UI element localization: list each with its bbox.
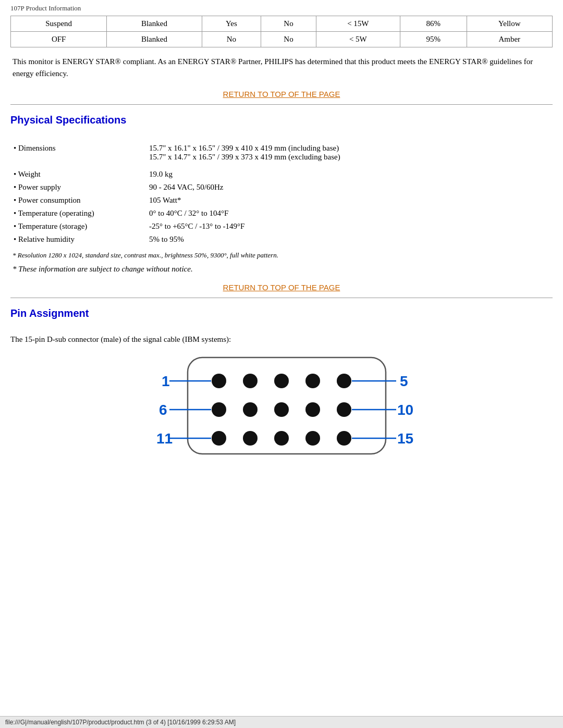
spec-row: • Relative humidity5% to 95% — [10, 233, 553, 246]
spec-value: 105 Watt* — [146, 194, 553, 207]
pin-intro-text: The 15-pin D-sub connector (male) of the… — [10, 335, 553, 344]
pin-assignment-title: Pin Assignment — [10, 307, 553, 319]
section-divider-1 — [10, 104, 553, 105]
energy-star-text: This monitor is ENERGY STAR® compliant. … — [13, 56, 550, 79]
svg-point-23 — [274, 431, 289, 446]
footer-bar: file:///G|/manual/english/107P/product/p… — [0, 716, 563, 728]
physical-specifications-title: Physical Specifications — [10, 114, 553, 126]
spec-notice: * These information are subject to chang… — [13, 265, 550, 274]
svg-point-16 — [337, 402, 351, 417]
spec-label: • Power consumption — [10, 194, 146, 207]
return-to-top-link-1[interactable]: RETURN TO TOP OF THE PAGE — [223, 90, 340, 98]
svg-point-3 — [212, 374, 226, 388]
spec-value: 90 - 264 VAC, 50/60Hz — [146, 181, 553, 194]
footer-text: file:///G|/manual/english/107P/product/p… — [5, 719, 236, 726]
svg-text:6: 6 — [159, 402, 167, 418]
spec-value: 0° to 40°C / 32° to 104°F — [146, 207, 553, 220]
spec-value: 15.7" x 16.1" x 16.5" / 399 x 410 x 419 … — [146, 142, 553, 164]
spec-row: • Power consumption105 Watt* — [10, 194, 553, 207]
section-divider-2 — [10, 298, 553, 298]
svg-point-5 — [274, 374, 289, 388]
spec-label: • Relative humidity — [10, 233, 146, 246]
spec-row: • Temperature (storage)-25° to +65°C / -… — [10, 220, 553, 233]
power-table-row: SuspendBlankedYesNo< 15W86%Yellow — [11, 16, 553, 32]
svg-point-7 — [337, 374, 351, 388]
svg-text:11: 11 — [156, 430, 173, 447]
spec-label: • Temperature (operating) — [10, 207, 146, 220]
spec-footnote: * Resolution 1280 x 1024, standard size,… — [13, 251, 550, 260]
svg-point-24 — [305, 431, 320, 446]
power-table: SuspendBlankedYesNo< 15W86%YellowOFFBlan… — [10, 16, 553, 47]
spec-row: • Dimensions15.7" x 16.1" x 16.5" / 399 … — [10, 142, 553, 164]
svg-text:1: 1 — [162, 373, 170, 389]
svg-point-22 — [243, 431, 258, 446]
svg-point-21 — [212, 431, 226, 446]
svg-point-6 — [305, 374, 320, 388]
svg-text:10: 10 — [397, 402, 413, 418]
spec-table: • Dimensions15.7" x 16.1" x 16.5" / 399 … — [10, 142, 553, 246]
svg-text:5: 5 — [400, 373, 408, 389]
svg-point-4 — [243, 374, 258, 388]
spec-label: • Weight — [10, 168, 146, 181]
svg-point-25 — [337, 431, 351, 446]
return-to-top-link-2[interactable]: RETURN TO TOP OF THE PAGE — [223, 283, 340, 292]
spec-label: • Temperature (storage) — [10, 220, 146, 233]
power-table-row: OFFBlankedNoNo< 5W95%Amber — [11, 32, 553, 47]
svg-point-13 — [243, 402, 258, 417]
svg-point-14 — [274, 402, 289, 417]
svg-point-12 — [212, 402, 226, 417]
spec-row: • Power supply90 - 264 VAC, 50/60Hz — [10, 181, 553, 194]
spec-label: • Power supply — [10, 181, 146, 194]
svg-point-15 — [305, 402, 320, 417]
spec-value: 5% to 95% — [146, 233, 553, 246]
svg-text:15: 15 — [397, 430, 413, 447]
spec-value: 19.0 kg — [146, 168, 553, 181]
connector-diagram: 1 5 6 10 11 — [156, 352, 407, 469]
page-title: 107P Product Information — [10, 4, 553, 13]
spec-label: • Dimensions — [10, 142, 146, 164]
connector-svg: 1 5 6 10 11 — [156, 352, 417, 467]
spacer-row — [10, 164, 553, 168]
spec-row: • Weight19.0 kg — [10, 168, 553, 181]
spec-row: • Temperature (operating)0° to 40°C / 32… — [10, 207, 553, 220]
spec-value: -25° to +65°C / -13° to -149°F — [146, 220, 553, 233]
